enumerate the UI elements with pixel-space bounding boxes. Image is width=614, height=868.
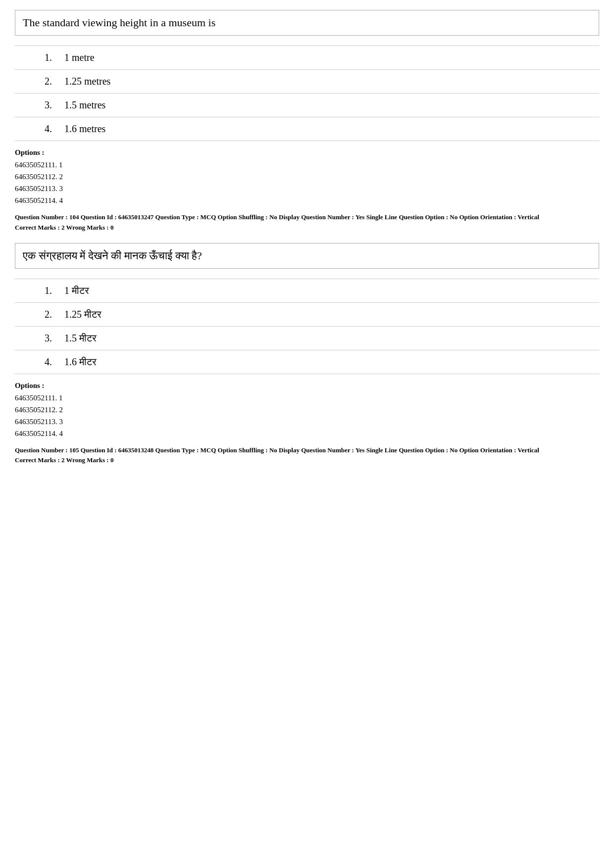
question-2: एक संग्रहालय में देखने की मानक ऊँचाई क्य…	[15, 243, 599, 466]
question-2-meta-line1: Question Number : 105 Question Id : 6463…	[15, 445, 599, 456]
question-2-meta: Question Number : 105 Question Id : 6463…	[15, 445, 599, 466]
question-1-options-label: Options :	[15, 148, 599, 157]
option-1-4-number: 4.	[45, 123, 64, 135]
question-2-options-label: Options :	[15, 382, 599, 390]
option-2-2: 2. 1.25 मीटर	[15, 303, 599, 327]
question-2-options: 1. 1 मीटर 2. 1.25 मीटर 3. 1.5 मीटर 4. 1.…	[15, 279, 599, 374]
question-1-meta-line1: Question Number : 104 Question Id : 6463…	[15, 212, 599, 223]
option-2-1-number: 1.	[45, 285, 64, 296]
option-1-4-text: 1.6 metres	[64, 123, 105, 135]
option-2-4-number: 4.	[45, 356, 64, 368]
option-2-2-text: 1.25 मीटर	[64, 309, 102, 320]
option-1-1-text: 1 metre	[64, 52, 95, 63]
question-2-code-4: 64635052114. 4	[15, 428, 599, 439]
question-1-code-4: 64635052114. 4	[15, 194, 599, 206]
question-2-text: एक संग्रहालय में देखने की मानक ऊँचाई क्य…	[15, 243, 599, 269]
question-2-code-2: 64635052112. 2	[15, 404, 599, 416]
question-1-code-1: 64635052111. 1	[15, 159, 599, 171]
question-2-code-3: 64635052113. 3	[15, 416, 599, 428]
question-2-options-section: Options : 64635052111. 1 64635052112. 2 …	[15, 382, 599, 439]
question-1-correct-marks: Correct Marks : 2 Wrong Marks : 0	[15, 223, 599, 233]
question-1-options: 1. 1 metre 2. 1.25 metres 3. 1.5 metres …	[15, 46, 599, 141]
option-1-4: 4. 1.6 metres	[15, 117, 599, 141]
option-2-2-number: 2.	[45, 309, 64, 320]
question-1-code-3: 64635052113. 3	[15, 183, 599, 194]
question-1-meta: Question Number : 104 Question Id : 6463…	[15, 212, 599, 233]
question-1-options-section: Options : 64635052111. 1 64635052112. 2 …	[15, 148, 599, 206]
option-2-3-number: 3.	[45, 333, 64, 344]
option-1-1-number: 1.	[45, 52, 64, 63]
option-1-1: 1. 1 metre	[15, 46, 599, 70]
option-1-2: 2. 1.25 metres	[15, 70, 599, 94]
question-2-code-1: 64635052111. 1	[15, 392, 599, 404]
question-1: The standard viewing height in a museum …	[15, 10, 599, 233]
option-2-1-text: 1 मीटर	[64, 285, 89, 296]
option-1-2-number: 2.	[45, 76, 64, 87]
option-2-1: 1. 1 मीटर	[15, 279, 599, 303]
option-2-3: 3. 1.5 मीटर	[15, 327, 599, 350]
option-1-3: 3. 1.5 metres	[15, 94, 599, 117]
question-1-code-2: 64635052112. 2	[15, 171, 599, 183]
option-1-2-text: 1.25 metres	[64, 76, 110, 87]
option-2-4-text: 1.6 मीटर	[64, 356, 97, 368]
option-2-3-text: 1.5 मीटर	[64, 333, 97, 344]
question-1-text: The standard viewing height in a museum …	[15, 10, 599, 36]
question-2-correct-marks: Correct Marks : 2 Wrong Marks : 0	[15, 455, 599, 466]
option-1-3-text: 1.5 metres	[64, 99, 105, 111]
option-1-3-number: 3.	[45, 99, 64, 111]
option-2-4: 4. 1.6 मीटर	[15, 350, 599, 374]
